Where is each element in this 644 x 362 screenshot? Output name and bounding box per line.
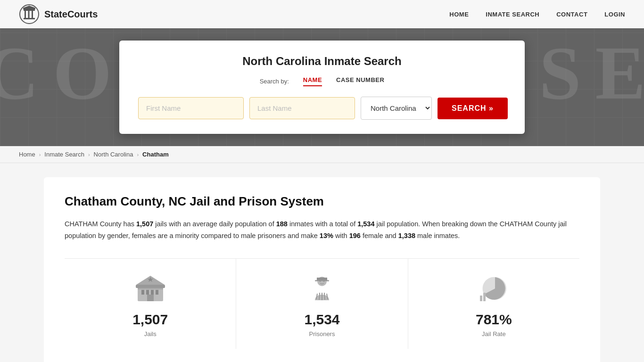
last-name-input[interactable] — [249, 97, 355, 119]
search-card: North Carolina Inmate Search Search by: … — [119, 41, 525, 134]
search-by-label: Search by: — [260, 78, 289, 85]
svg-rect-3 — [25, 11, 26, 18]
svg-rect-26 — [317, 278, 327, 279]
svg-rect-16 — [147, 295, 154, 301]
breadcrumb-inmate-search[interactable]: Inmate Search — [44, 151, 84, 158]
content-card: Chatham County, NC Jail and Prison Syste… — [44, 177, 600, 362]
tab-name[interactable]: NAME — [303, 76, 322, 86]
nav-login[interactable]: LOGIN — [604, 11, 625, 18]
nav-links: HOME INMATE SEARCH CONTACT LOGIN — [449, 10, 625, 18]
stats-row: 1,507 Jails — [65, 258, 579, 349]
svg-rect-15 — [156, 290, 158, 295]
breadcrumb-sep-1: › — [39, 152, 41, 157]
desc-end: male inmates. — [415, 232, 460, 239]
desc-mid2: inmates with a total of — [288, 220, 357, 228]
svg-rect-5 — [32, 11, 33, 18]
breadcrumb-sep-3: › — [137, 152, 139, 157]
svg-rect-12 — [141, 290, 144, 295]
jails-icon — [134, 272, 167, 305]
breadcrumb-state[interactable]: North Carolina — [94, 151, 133, 158]
first-name-input[interactable] — [138, 97, 244, 119]
breadcrumb-home[interactable]: Home — [19, 151, 35, 158]
desc-total: 1,534 — [357, 220, 374, 228]
search-card-wrapper: North Carolina Inmate Search Search by: … — [0, 28, 644, 146]
search-card-title: North Carolina Inmate Search — [138, 55, 506, 68]
svg-rect-14 — [151, 290, 154, 295]
logo-icon — [19, 4, 40, 25]
desc-female: 196 — [349, 232, 361, 239]
state-select[interactable]: North Carolina Alabama Alaska California… — [361, 97, 432, 120]
svg-rect-1 — [24, 18, 35, 19]
stat-jail-rate: 781% Jail Rate — [408, 259, 579, 349]
svg-line-20 — [319, 293, 320, 300]
svg-rect-13 — [146, 290, 149, 295]
tab-case-number[interactable]: CASE NUMBER — [336, 76, 384, 86]
svg-rect-2 — [24, 9, 35, 11]
svg-rect-10 — [136, 285, 165, 288]
stat-jails: 1,507 Jails — [65, 259, 236, 349]
svg-line-22 — [324, 293, 325, 300]
svg-point-28 — [319, 280, 321, 282]
desc-jails: 1,507 — [136, 220, 153, 228]
desc-pct: 13% — [320, 232, 333, 239]
main-content: Chatham County, NC Jail and Prison Syste… — [0, 163, 644, 362]
logo-link[interactable]: StateCourts — [19, 4, 98, 25]
nav-inmate-search[interactable]: INMATE SEARCH — [486, 11, 539, 18]
stat-prisoners: 1,534 Prisoners — [236, 259, 408, 349]
navbar: StateCourts HOME INMATE SEARCH CONTACT L… — [0, 0, 644, 28]
svg-rect-4 — [28, 11, 30, 18]
svg-rect-31 — [480, 296, 482, 301]
nav-contact[interactable]: CONTACT — [556, 11, 587, 18]
desc-mid1: jails with an average daily population o… — [153, 220, 276, 228]
desc-mid5: female and — [361, 232, 398, 239]
stat-jails-label: Jails — [144, 330, 157, 337]
stat-prisoners-label: Prisoners — [309, 330, 335, 337]
stat-jail-rate-number: 781% — [476, 312, 512, 328]
content-title: Chatham County, NC Jail and Prison Syste… — [65, 194, 579, 209]
svg-rect-32 — [483, 293, 486, 301]
search-tabs: Search by: NAME CASE NUMBER — [138, 76, 506, 86]
desc-male: 1,338 — [398, 232, 415, 239]
breadcrumb-current: Chatham — [142, 151, 169, 158]
stat-jail-rate-label: Jail Rate — [482, 330, 506, 337]
search-button[interactable]: SEARCH » — [438, 98, 508, 119]
jail-rate-icon — [477, 272, 510, 305]
desc-intro: CHATHAM County has — [65, 220, 136, 228]
desc-mid4: with — [333, 232, 349, 239]
brand-name: StateCourts — [44, 9, 98, 20]
prisoners-icon — [305, 272, 339, 305]
svg-point-29 — [323, 280, 325, 282]
breadcrumb-sep-2: › — [88, 152, 90, 157]
content-description: CHATHAM County has 1,507 jails with an a… — [65, 218, 579, 241]
desc-avg-pop: 188 — [276, 220, 288, 228]
breadcrumb: Home › Inmate Search › North Carolina › … — [0, 146, 644, 163]
stat-jails-number: 1,507 — [132, 312, 168, 328]
nav-home[interactable]: HOME — [449, 11, 469, 18]
svg-rect-6 — [23, 8, 35, 9]
stat-prisoners-number: 1,534 — [304, 312, 339, 328]
search-form-row: North Carolina Alabama Alaska California… — [138, 97, 506, 120]
svg-rect-27 — [317, 280, 327, 280]
